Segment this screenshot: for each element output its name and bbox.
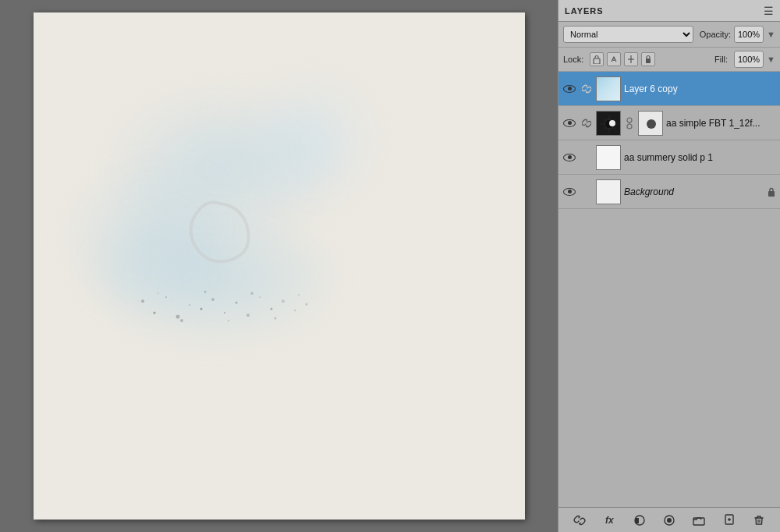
fill-arrow[interactable]: ▼	[767, 55, 775, 64]
svg-point-23	[613, 59, 615, 61]
new-layer-icon[interactable]	[721, 512, 738, 529]
svg-point-14	[305, 303, 307, 306]
layer-item-layer6copy[interactable]: Layer 6 copy	[558, 72, 780, 106]
svg-point-33	[627, 118, 632, 122]
canvas-area	[0, 0, 558, 532]
svg-point-13	[294, 310, 296, 311]
blend-mode-wrapper: Normal	[563, 26, 693, 43]
svg-point-17	[204, 291, 206, 293]
svg-point-16	[180, 319, 183, 322]
delete-layer-icon[interactable]	[750, 512, 768, 529]
canvas-content	[34, 12, 525, 520]
layer-mask-icon[interactable]	[661, 512, 678, 529]
adjustment-layer-icon[interactable]	[631, 512, 648, 529]
layer-thumb-aasimplefbt	[596, 111, 621, 136]
svg-point-4	[189, 304, 190, 306]
opacity-arrow[interactable]: ▼	[767, 30, 775, 39]
svg-point-11	[270, 308, 272, 310]
panel-header: LAYERS ☰	[558, 0, 780, 22]
blend-mode-row: Normal Opacity: 100% ▼	[558, 22, 780, 48]
svg-point-15	[158, 293, 159, 294]
visibility-icon-layer6copy[interactable]	[562, 81, 577, 97]
layer-thumb-aasimplefbt-2	[638, 111, 663, 136]
lock-image-icon[interactable]	[607, 52, 621, 66]
layer-thumb-layer6copy	[596, 76, 621, 101]
canvas-wrapper	[34, 12, 525, 520]
svg-point-12	[282, 300, 285, 303]
svg-point-9	[246, 314, 250, 317]
svg-point-5	[200, 308, 202, 310]
link-layers-icon[interactable]	[571, 512, 588, 529]
layer-name-aasummery: aa summery solid p 1	[624, 152, 777, 163]
layer-item-aasummery[interactable]: aa summery solid p 1	[558, 140, 780, 175]
visibility-icon-background[interactable]	[562, 184, 577, 200]
fx-icon[interactable]: fx	[601, 512, 618, 529]
panel-footer: fx	[558, 507, 780, 532]
lock-badge-background	[766, 186, 777, 197]
svg-point-6	[211, 298, 214, 301]
group-layer-icon[interactable]	[690, 512, 707, 529]
link-icon-layer6copy[interactable]	[580, 83, 593, 95]
svg-rect-26	[646, 59, 651, 63]
fill-label: Fill:	[714, 55, 728, 64]
layer-thumb-background	[596, 179, 621, 204]
lock-label: Lock:	[563, 55, 583, 64]
layers-list: Layer 6 copy	[558, 72, 780, 507]
fill-value[interactable]: 100%	[734, 51, 764, 68]
layers-panel: LAYERS ☰ Normal Opacity: 100% ▼ Lock:	[558, 0, 780, 532]
fx-label: fx	[605, 515, 614, 526]
visibility-icon-aasimplefbt[interactable]	[562, 115, 577, 131]
layer-thumb-aasummery	[596, 145, 621, 170]
opacity-label: Opacity:	[700, 30, 731, 39]
svg-rect-40	[635, 518, 639, 523]
svg-point-18	[228, 320, 229, 321]
svg-point-37	[647, 119, 656, 129]
svg-point-8	[235, 302, 237, 304]
opacity-value[interactable]: 100%	[734, 26, 764, 43]
svg-point-0	[141, 300, 144, 303]
svg-point-2	[165, 296, 167, 298]
svg-rect-38	[768, 191, 775, 197]
svg-point-21	[298, 294, 300, 296]
svg-point-42	[667, 518, 672, 523]
scatter-dots	[127, 270, 330, 332]
svg-point-3	[176, 315, 179, 319]
blend-mode-select[interactable]: Normal	[563, 26, 693, 43]
layer-name-aasimplefbt: aa simple FBT 1_12f...	[666, 118, 777, 129]
svg-point-10	[259, 296, 261, 298]
svg-point-7	[224, 312, 225, 314]
link-icon-background	[580, 186, 593, 198]
layer-item-background[interactable]: Background	[558, 175, 780, 209]
lock-all-icon[interactable]	[641, 52, 655, 66]
svg-rect-22	[594, 59, 600, 64]
visibility-icon-aasummery[interactable]	[562, 150, 577, 165]
panel-title: LAYERS	[565, 6, 604, 16]
panel-menu-icon[interactable]: ☰	[764, 5, 774, 17]
lock-transparency-icon[interactable]	[590, 52, 604, 66]
layer-name-layer6copy: Layer 6 copy	[624, 83, 777, 94]
lock-position-icon[interactable]	[624, 52, 638, 66]
brush-stroke	[182, 192, 260, 270]
chain-link-aasimplefbt	[624, 111, 635, 136]
link-icon-aasimplefbt[interactable]	[580, 117, 593, 129]
svg-point-34	[627, 124, 632, 129]
svg-point-1	[153, 312, 155, 314]
svg-point-20	[274, 317, 276, 320]
layer-item-aasimplefbt[interactable]: aa simple FBT 1_12f...	[558, 106, 780, 140]
svg-point-19	[250, 292, 254, 295]
layer-name-background: Background	[624, 186, 763, 197]
link-icon-aasummery	[580, 151, 593, 164]
lock-row: Lock: Fill: 100% ▼	[558, 48, 780, 72]
